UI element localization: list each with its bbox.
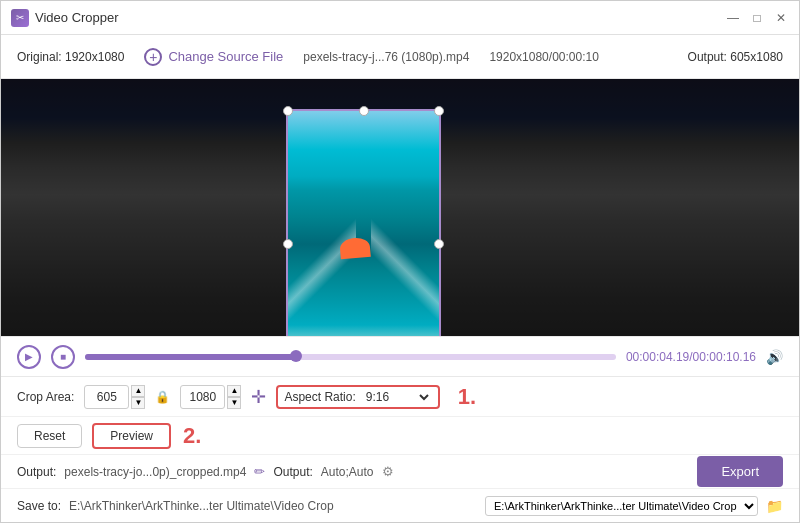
path-dropdown[interactable]: E:\ArkThinker\ArkThinke...ter Ultimate\V… <box>485 496 758 516</box>
title-bar-left: ✂ Video Cropper <box>11 9 119 27</box>
main-window: ✂ Video Cropper — □ ✕ Original: 1920x108… <box>0 0 800 523</box>
aspect-ratio-group: Aspect Ratio: 9:16 Free 1:1 4:3 16:9 Cus… <box>276 385 439 409</box>
save-label: Save to: <box>17 499 61 513</box>
annotation-2: 2. <box>183 423 201 449</box>
app-icon: ✂ <box>11 9 29 27</box>
progress-fill <box>85 354 297 360</box>
lock-icon[interactable]: 🔒 <box>155 390 170 404</box>
minimize-button[interactable]: — <box>725 10 741 26</box>
width-input[interactable] <box>84 385 129 409</box>
width-up-button[interactable]: ▲ <box>131 385 145 397</box>
title-bar: ✂ Video Cropper — □ ✕ <box>1 1 799 35</box>
aspect-ratio-select[interactable]: 9:16 Free 1:1 4:3 16:9 Custom <box>362 389 432 405</box>
video-canvas <box>1 79 799 336</box>
output-value: Auto;Auto <box>321 465 374 479</box>
window-controls: — □ ✕ <box>725 10 789 26</box>
header-bar: Original: 1920x1080 + Change Source File… <box>1 35 799 79</box>
resolution-time: 1920x1080/00:00:10 <box>489 50 598 64</box>
plus-icon: + <box>144 48 162 66</box>
folder-icon[interactable]: 📁 <box>766 498 783 514</box>
crop-handle-top-middle[interactable] <box>359 106 369 116</box>
progress-bar[interactable] <box>85 354 616 360</box>
height-down-button[interactable]: ▼ <box>227 397 241 409</box>
output-filename: pexels-tracy-jo...0p)_cropped.mp4 <box>64 465 246 479</box>
edit-icon[interactable]: ✏ <box>254 464 265 479</box>
crop-handle-middle-right[interactable] <box>434 239 444 249</box>
output-resolution: Output: 605x1080 <box>688 50 783 64</box>
overlay-right <box>441 79 799 336</box>
original-resolution: Original: 1920x1080 <box>17 50 124 64</box>
annotation-1: 1. <box>458 384 476 410</box>
crop-handle-top-right[interactable] <box>434 106 444 116</box>
save-bar: Save to: E:\ArkThinker\ArkThinke...ter U… <box>1 488 799 522</box>
gear-icon[interactable]: ⚙ <box>382 464 394 479</box>
width-input-group: ▲ ▼ <box>84 385 145 409</box>
preview-button[interactable]: Preview <box>92 423 171 449</box>
progress-thumb[interactable] <box>290 350 302 362</box>
output-bar: Output: pexels-tracy-jo...0p)_cropped.mp… <box>1 454 799 488</box>
move-icon[interactable]: ✛ <box>251 386 266 408</box>
maximize-button[interactable]: □ <box>749 10 765 26</box>
action-bar: Reset Preview 2. <box>1 416 799 454</box>
overlay-left <box>1 79 286 336</box>
reset-button[interactable]: Reset <box>17 424 82 448</box>
width-down-button[interactable]: ▼ <box>131 397 145 409</box>
play-button[interactable]: ▶ <box>17 345 41 369</box>
change-source-button[interactable]: + Change Source File <box>144 48 283 66</box>
output-settings-label: Output: <box>273 465 312 479</box>
crop-handle-top-left[interactable] <box>283 106 293 116</box>
height-up-button[interactable]: ▲ <box>227 385 241 397</box>
crop-settings-bar: Crop Area: ▲ ▼ 🔒 ▲ ▼ ✛ Aspect Ratio: 9:1… <box>1 376 799 416</box>
close-button[interactable]: ✕ <box>773 10 789 26</box>
playback-controls-bar: ▶ ■ 00:00:04.19/00:00:10.16 🔊 <box>1 336 799 376</box>
file-name: pexels-tracy-j...76 (1080p).mp4 <box>303 50 469 64</box>
output-label: Output: <box>17 465 56 479</box>
time-display: 00:00:04.19/00:00:10.16 <box>626 350 756 364</box>
height-input[interactable] <box>180 385 225 409</box>
aspect-ratio-label: Aspect Ratio: <box>284 390 355 404</box>
video-preview-area <box>1 79 799 336</box>
height-input-group: ▲ ▼ <box>180 385 241 409</box>
volume-icon[interactable]: 🔊 <box>766 349 783 365</box>
crop-selection-box[interactable] <box>286 109 441 336</box>
overlay-top <box>286 79 441 109</box>
width-spinner: ▲ ▼ <box>131 385 145 409</box>
export-button[interactable]: Export <box>697 456 783 487</box>
height-spinner: ▲ ▼ <box>227 385 241 409</box>
app-title: Video Cropper <box>35 10 119 25</box>
crop-area-label: Crop Area: <box>17 390 74 404</box>
stop-button[interactable]: ■ <box>51 345 75 369</box>
save-path: E:\ArkThinker\ArkThinke...ter Ultimate\V… <box>69 499 477 513</box>
crop-handle-middle-left[interactable] <box>283 239 293 249</box>
